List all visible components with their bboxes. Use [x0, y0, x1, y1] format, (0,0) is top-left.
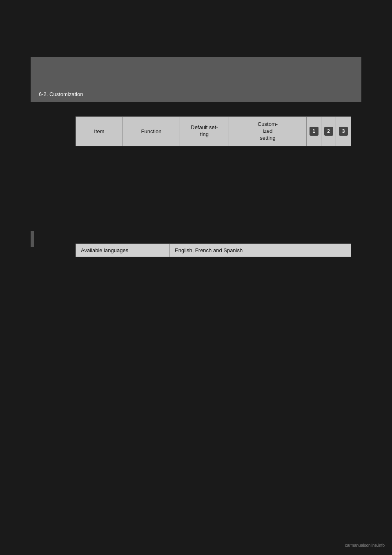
- main-table: Item Function Default set- ting Custom- …: [76, 116, 351, 146]
- col-custom-header: Custom- ized setting: [229, 117, 307, 146]
- col-default-header: Default set- ting: [180, 117, 229, 146]
- table-header-row: Item Function Default set- ting Custom- …: [76, 117, 351, 146]
- watermark: carmanualsonline.info: [345, 543, 385, 548]
- header-banner: 6-2. Customization: [31, 57, 361, 102]
- badge-1: 1: [310, 127, 318, 136]
- sidebar-indicator: [31, 231, 34, 247]
- info-table: Available languages English, French and …: [76, 244, 351, 257]
- col-function-header: Function: [123, 117, 180, 146]
- header-title: 6-2. Customization: [39, 91, 83, 97]
- badge-3: 3: [339, 127, 348, 136]
- col-badge1-header: 1: [307, 117, 321, 146]
- info-label: Available languages: [76, 244, 170, 257]
- col-default-text: Default set- ting: [191, 124, 218, 138]
- col-badge2-header: 2: [321, 117, 336, 146]
- badge-2: 2: [324, 127, 333, 136]
- col-custom-text: Custom- ized setting: [258, 121, 278, 142]
- col-badge3-header: 3: [336, 117, 351, 146]
- info-value: English, French and Spanish: [170, 244, 351, 257]
- col-item-header: Item: [76, 117, 123, 146]
